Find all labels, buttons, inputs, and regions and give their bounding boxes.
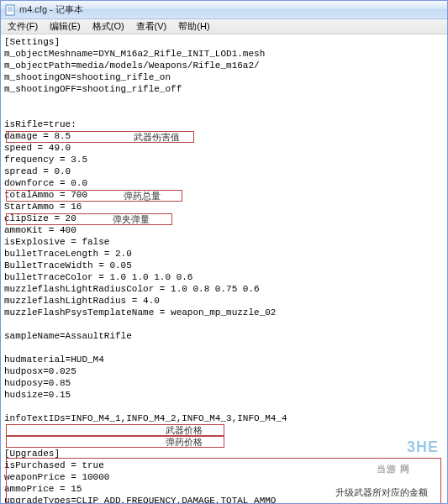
app-window: m4.cfg - 记事本 文件(F) 编辑(E) 格式(O) 查看(V) 帮助(… (0, 0, 448, 504)
cfg-line (4, 436, 444, 448)
cfg-line: isExplosive = false (4, 236, 444, 248)
cfg-line: bulletTraceColor = 1.0 1.0 1.0 0.6 (4, 271, 444, 283)
cfg-line: muzzleflashLightRadiusColor = 1.0 0.8 0.… (4, 283, 444, 295)
cfg-line: isRifle=true: (4, 118, 444, 130)
cfg-line: hudsize=0.15 (4, 389, 444, 401)
label-totalammo: 弹药总量 (124, 190, 161, 202)
cfg-line: weaponPrice = 10000 (4, 471, 444, 483)
cfg-line: m_objectMeshname=DYN_M16a2_Rifle_INIT_LO… (4, 48, 444, 60)
menu-edit[interactable]: 编辑(E) (45, 19, 86, 34)
label-weaponprice: 武器价格 (166, 424, 203, 436)
cfg-line: infoTextIDs=INFO_M4_1,INFO_M4_2,INFO_M4_… (4, 412, 444, 424)
menubar: 文件(F) 编辑(E) 格式(O) 查看(V) 帮助(H) (1, 19, 447, 34)
cfg-line: sampleName=AssaultRifle (4, 330, 444, 342)
cfg-line: StartAmmo = 16 (4, 201, 444, 213)
cfg-line: muzzleFlashPsysTemplateName = weapon_mp_… (4, 307, 444, 318)
cfg-line (4, 318, 444, 330)
cfg-line (4, 342, 444, 354)
cfg-line: damage = 8.5 (4, 130, 444, 142)
cfg-line: bulletTraceLength = 2.0 (4, 248, 444, 260)
cfg-line: frequency = 3.5 (4, 154, 444, 165)
cfg-line: BulletTraceWidth = 0.05 (4, 260, 444, 271)
cfg-line: clipSize = 20 (4, 213, 444, 224)
window-title: m4.cfg - 记事本 (19, 3, 83, 16)
text-area[interactable]: [Settings] m_objectMeshname=DYN_M16a2_Ri… (1, 34, 447, 503)
cfg-line: muzzleflashLightRadius = 4.0 (4, 295, 444, 307)
cfg-line: m_shootingON=shooting_rifle_on (4, 71, 444, 83)
cfg-line: hudposx=0.025 (4, 365, 444, 377)
titlebar: m4.cfg - 记事本 (1, 1, 447, 19)
cfg-line: speed = 49.0 (4, 142, 444, 154)
cfg-line: hudmaterial=HUD_M4 (4, 354, 444, 365)
label-damage: 武器伤害值 (134, 131, 180, 143)
cfg-line (4, 95, 444, 107)
menu-file[interactable]: 文件(F) (3, 19, 43, 34)
cfg-line: ammoKit = 400 (4, 224, 444, 236)
label-upgradenote: 升级武器所对应的金额 (335, 486, 428, 498)
cfg-line: isPurchased = true (4, 459, 444, 471)
cfg-line: m_shootingOFF=shooting_rifle_off (4, 83, 444, 95)
label-clipsize: 弹夹弹量 (113, 213, 150, 225)
cfg-line: totalAmmo = 700 (4, 189, 444, 201)
cfg-line: spread = 0.0 (4, 165, 444, 177)
cfg-line: m_objectPath=media/models/Weapons/Rifle_… (4, 60, 444, 71)
menu-help[interactable]: 帮助(H) (173, 19, 214, 34)
cfg-line: hudposy=0.85 (4, 377, 444, 389)
cfg-line (4, 424, 444, 436)
cfg-line (4, 107, 444, 118)
cfg-line: [Settings] (4, 36, 444, 48)
svg-rect-0 (6, 5, 14, 15)
menu-format[interactable]: 格式(O) (87, 19, 129, 34)
menu-view[interactable]: 查看(V) (131, 19, 172, 34)
label-ammoprice: 弹药价格 (166, 436, 203, 448)
cfg-line (4, 401, 444, 412)
notepad-icon (4, 4, 16, 16)
cfg-line: downforce = 0.0 (4, 177, 444, 189)
cfg-line: [Upgrades] (4, 448, 444, 459)
